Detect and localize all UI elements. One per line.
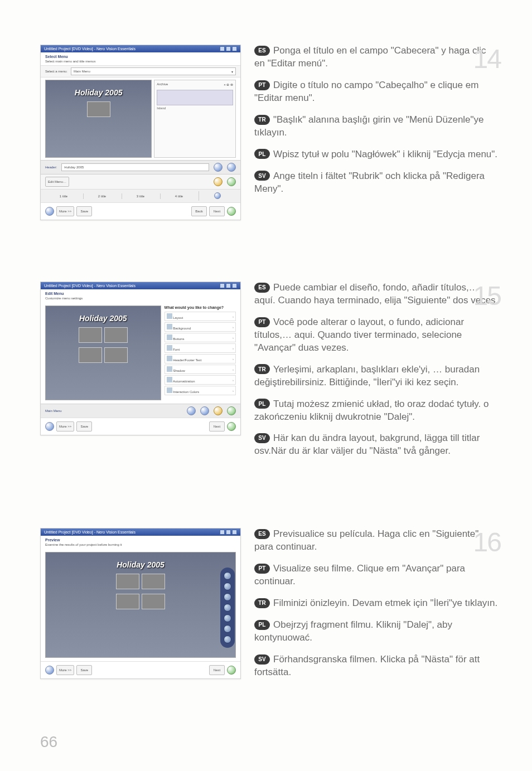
go-icon[interactable] [227, 666, 236, 675]
save-button[interactable]: Save [76, 421, 92, 431]
window-title: Untitled Project [DVD Video] - Nero Visi… [44, 47, 136, 51]
remote-button-icon[interactable] [224, 583, 231, 590]
window-titlebar: Untitled Project [DVD Video] - Nero Visi… [41, 528, 240, 536]
step-number: 16 [473, 525, 501, 561]
go-icon[interactable] [227, 422, 236, 431]
list-item[interactable]: Font› [165, 343, 236, 353]
header-value: Holiday 2005 [64, 166, 84, 169]
next-button[interactable]: Next [209, 421, 225, 431]
next-button[interactable]: Next [209, 665, 225, 675]
menu-select-row: Select a menu: Main Menu ▾ [41, 65, 240, 77]
remote-button-icon[interactable] [224, 636, 231, 643]
help-icon[interactable] [45, 666, 54, 675]
step-15-text: 15 ESPuede cambiar el diseño, fondo, aña… [254, 282, 499, 467]
instruction-text: Previsualice su película. Haga clic en "… [254, 528, 478, 552]
instruction-text: Tutaj możesz zmienić układ, tło oraz dod… [254, 399, 489, 422]
nav-orb-icon [227, 177, 236, 186]
lang-pill: TR [254, 364, 270, 374]
timeline-seg: 1 title [45, 193, 82, 199]
list-item[interactable]: Header/Footer Text› [165, 354, 236, 363]
list-item[interactable]: Layout› [165, 312, 236, 321]
chevron-right-icon: › [233, 315, 234, 318]
timeline-seg: 3 title [122, 193, 159, 199]
back-button[interactable]: Back [191, 206, 207, 216]
lang-pill: ES [254, 529, 270, 539]
instruction-text: Filminizi önizleyin. Devam etmek için "İ… [273, 598, 497, 608]
remote-button-icon[interactable] [224, 604, 231, 612]
chevron-right-icon: › [233, 326, 234, 329]
instruction-text: Você pode alterar o layout, o fundo, adi… [254, 317, 464, 353]
chevron-right-icon: › [233, 357, 234, 361]
list-item[interactable]: Automatization› [165, 375, 236, 385]
timeline-seg: 4 title [160, 193, 197, 199]
header-field[interactable]: Holiday 2005 [61, 163, 209, 171]
instruction-text: Puede cambiar el diseño, fondo, añadir t… [254, 282, 498, 306]
window-title: Untitled Project [DVD Video] - Nero Visi… [44, 284, 136, 288]
archive-panel: Archive× ⊕ ⊗ Island [154, 80, 236, 158]
screenshot-16: Untitled Project [DVD Video] - Nero Visi… [40, 528, 241, 679]
instruction-text: Här kan du ändra layout, bakgrund, lägga… [254, 433, 480, 456]
colors-icon [167, 387, 172, 393]
go-icon[interactable] [227, 207, 236, 216]
layout-icon [167, 313, 172, 319]
help-icon[interactable] [45, 207, 54, 216]
edit-menu-button[interactable]: Edit Menu… [45, 177, 69, 187]
thumb-nav-icon [214, 406, 223, 415]
thumbnail-clip [87, 101, 110, 117]
step-number: 15 [473, 278, 501, 314]
lang-pill: ES [254, 283, 270, 293]
chevron-down-icon: ▾ [231, 70, 233, 74]
list-item[interactable]: Interaction Colors› [165, 386, 236, 395]
lang-pill: PT [254, 80, 270, 90]
instruction-text: Yerleşimi, arkaplanı, başlıkları ekle'yi… [254, 364, 480, 387]
thumb-nav-icon [200, 406, 209, 415]
shadow-icon [167, 366, 172, 372]
thumb-nav-icon [214, 163, 223, 172]
preview-title: Holiday 2005 [79, 314, 127, 323]
chevron-right-icon: › [233, 336, 234, 340]
save-button[interactable]: Save [76, 665, 92, 675]
remote-button-icon[interactable] [224, 593, 231, 601]
thumbnail-clip [142, 594, 165, 609]
more-button[interactable]: More >> [56, 206, 74, 216]
step-16: Untitled Project [DVD Video] - Nero Visi… [40, 528, 499, 687]
remote-button-icon[interactable] [224, 625, 231, 633]
screenshot-15: Untitled Project [DVD Video] - Nero Visi… [40, 282, 241, 435]
step-14-text: 14 ESPonga el título en el campo "Cabece… [254, 45, 499, 204]
lang-pill: PL [254, 149, 270, 159]
instruction-text: Ange titeln i fältet "Rubrik" och klicka… [254, 171, 485, 194]
list-item[interactable]: Buttons› [165, 333, 236, 342]
step-15: Untitled Project [DVD Video] - Nero Visi… [40, 282, 499, 467]
thumb-nav-icon [187, 406, 196, 415]
thumbnail-clip [116, 574, 139, 589]
chevron-right-icon: › [233, 379, 234, 382]
remote-button-icon[interactable] [224, 572, 231, 580]
more-button[interactable]: More >> [56, 665, 74, 675]
screenshot-14: Untitled Project [DVD Video] - Nero Visi… [40, 45, 241, 220]
help-icon[interactable] [45, 422, 54, 431]
buttons-icon [167, 334, 172, 340]
lang-pill: ES [254, 46, 270, 56]
next-button[interactable]: Next [209, 206, 225, 216]
nav-orb-icon [214, 177, 223, 186]
menu-dropdown[interactable]: Main Menu ▾ [71, 67, 236, 75]
more-button[interactable]: More >> [56, 421, 74, 431]
instruction-text: "Başlık" alanına başlığı girin ve "Menü … [254, 114, 484, 138]
options-heading: What would you like to change? [165, 306, 236, 309]
list-item[interactable]: Background› [165, 322, 236, 332]
strip-label: Main Menu [45, 409, 62, 413]
window-buttons [220, 283, 237, 288]
save-button[interactable]: Save [76, 206, 92, 216]
options-list: What would you like to change? Layout› B… [165, 306, 236, 400]
background-icon [167, 324, 172, 329]
panel-desc: Examine the results of your project befo… [41, 543, 240, 549]
panel-heading: Select Menu [41, 52, 240, 60]
preview-title: Holiday 2005 [117, 560, 165, 569]
remote-button-icon[interactable] [224, 614, 231, 622]
instruction-text: Förhandsgranska filmen. Klicka på "Nästa… [254, 654, 480, 677]
list-item[interactable]: Shadow› [165, 365, 236, 374]
instruction-text: Obejrzyj fragment filmu. Kliknij "Dalej"… [254, 619, 452, 643]
strip-label: Header: [45, 166, 57, 169]
step-number: 14 [473, 41, 501, 77]
lang-pill: PL [254, 399, 270, 409]
